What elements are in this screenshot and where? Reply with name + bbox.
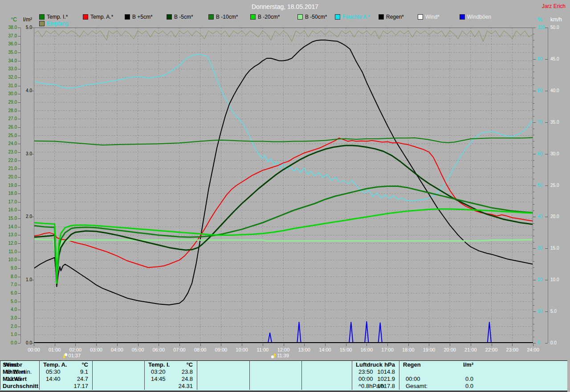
- legend-item-temp-a-[interactable]: Temp. A.*: [83, 14, 113, 20]
- yaxis-percent-tick: [533, 267, 534, 268]
- legend-item-temp-i-[interactable]: Temp. I.*: [39, 14, 68, 20]
- stats-section-unit: °C: [81, 361, 88, 368]
- legend-item-b-50cm-[interactable]: B -50cm*: [297, 14, 327, 20]
- yaxis-degc-label: 36.0: [1, 42, 17, 46]
- yaxis-degc-label: 38.0: [1, 25, 17, 30]
- stats-section-temp-i-: Temp. I.°C03:2023.814:4524.824.31: [144, 361, 197, 390]
- stats-section-empty: [92, 361, 145, 390]
- yaxis-percent-label: 50: [537, 183, 542, 188]
- yaxis-kmh-label: 50.0: [550, 25, 559, 30]
- yaxis-percent-tick: [533, 116, 534, 117]
- yaxis-percent-label: 60: [537, 152, 542, 156]
- yaxis-percent-label: 90: [537, 57, 542, 61]
- yaxis-percent-tick: [533, 255, 534, 255]
- xaxis-time-label: 04:00: [107, 347, 127, 352]
- yaxis-percent-tick: [533, 109, 534, 110]
- yaxis-percent-label: 40: [537, 214, 542, 219]
- yaxis-lm2-label: 3.0: [19, 152, 32, 156]
- kmh-axis-line: [548, 28, 548, 343]
- moonset-icon: [62, 353, 68, 359]
- xaxis-hour-tick: [346, 344, 346, 346]
- yaxis-lm2-label: 1.0: [19, 278, 32, 282]
- stats-section-unit: l/m²: [463, 361, 473, 368]
- legend-item-b-5cm-[interactable]: B -5cm*: [167, 14, 193, 20]
- stats-section-name: Regen: [403, 361, 421, 368]
- yaxis-lm2-label: 5.0: [19, 25, 32, 30]
- xaxis-hour-tick: [55, 344, 55, 346]
- xaxis-hour-tick: [471, 344, 471, 346]
- yaxis-degc-label: 6.0: [1, 291, 17, 295]
- legend-swatch-icon: [297, 14, 303, 20]
- yaxis-percent-tick: [533, 274, 534, 274]
- marker-time-label: 01:37: [69, 353, 81, 358]
- xaxis-time-label: 15:00: [336, 347, 356, 352]
- axis-title-kmh: km/h: [550, 16, 562, 23]
- yaxis-percent-label: 80: [537, 89, 542, 93]
- legend-item-wind-[interactable]: Wind*: [418, 14, 440, 20]
- yaxis-percent-tick: [533, 337, 534, 337]
- yaxis-percent-tick: [533, 223, 534, 224]
- legend-item-b-20cm-[interactable]: B -20cm*: [250, 14, 280, 20]
- legend-item-b-5cm-[interactable]: B +5cm*: [125, 14, 153, 20]
- stats-cell-value: 1017.8: [377, 383, 395, 390]
- yaxis-percent-tick: [533, 53, 534, 53]
- yaxis-percent-label: 70: [537, 120, 542, 125]
- stats-section-name: Wind: [4, 361, 18, 368]
- yaxis-degc-label: 5.0: [1, 299, 17, 304]
- xaxis-hour-tick: [34, 344, 34, 346]
- yaxis-degc-label: 19.0: [1, 183, 17, 188]
- legend-label: Wind*: [425, 14, 440, 20]
- legend-item-b-10cm-[interactable]: B -10cm*: [208, 14, 238, 20]
- yaxis-degc-label: 33.0: [1, 67, 17, 71]
- yaxis-degc-label: 2.0: [1, 324, 17, 329]
- legend-label: Regen*: [386, 14, 404, 20]
- xaxis-hour-tick: [284, 344, 284, 346]
- yaxis-kmh-label: 30.0: [550, 152, 559, 156]
- xaxis-time-label: 06:00: [149, 347, 168, 352]
- yaxis-percent-tick: [533, 160, 534, 161]
- legend-swatch-icon: [167, 14, 172, 20]
- yaxis-lm2-label: 0.0: [19, 341, 32, 345]
- yaxis-kmh-label: 5.0: [550, 309, 557, 314]
- yaxis-kmh-tick: [545, 186, 548, 186]
- yaxis-degc-label: 32.0: [1, 75, 17, 80]
- legend-item-empfang[interactable]: Empfang: [39, 20, 68, 26]
- yaxis-kmh-label: 40.0: [550, 89, 559, 93]
- yaxis-percent-tick: [533, 318, 534, 318]
- yaxis-percent-tick: [533, 230, 534, 230]
- yaxis-degc-label: 26.0: [1, 125, 17, 129]
- yaxis-percent-tick: [533, 311, 536, 312]
- degc-axis-line: [20, 28, 21, 343]
- yaxis-percent-tick: [533, 179, 534, 179]
- legend-item-feuchte-a-[interactable]: Feuchte A.*: [335, 14, 370, 20]
- page-title: Donnerstag, 18.05.2017: [0, 3, 570, 10]
- legend-item-regen-[interactable]: Regen*: [379, 14, 404, 20]
- yaxis-percent-tick: [533, 34, 534, 34]
- yaxis-degc-label: 25.0: [1, 133, 17, 138]
- stats-cell-value: 0.0: [465, 383, 473, 390]
- legend-item-windb-en[interactable]: Windböen: [460, 14, 491, 20]
- yaxis-degc-label: 14.0: [1, 225, 17, 229]
- yaxis-percent-tick: [533, 173, 534, 173]
- yaxis-degc-label: 18.0: [1, 191, 17, 196]
- legend-label: Empfang: [47, 20, 68, 27]
- legend-swatch-icon: [418, 14, 423, 20]
- series-windboeen-spike: [297, 322, 301, 343]
- series-windboeen-spike: [349, 322, 353, 343]
- stats-section-wind: Windkm/hØ 10 min.0.012:45SO 0.10.0: [0, 361, 0, 390]
- legend-label: Temp. I.*: [47, 14, 68, 20]
- yaxis-percent-tick: [533, 204, 534, 205]
- series-temp-a-: [34, 138, 533, 267]
- xaxis-hour-tick: [138, 344, 138, 346]
- stats-section-empty: [301, 361, 352, 390]
- yaxis-percent-tick: [533, 299, 534, 299]
- legend-label: Feuchte A.*: [342, 14, 370, 20]
- yaxis-degc-label: 37.0: [1, 34, 17, 38]
- xaxis-hour-tick: [75, 344, 76, 346]
- yaxis-percent-tick: [533, 293, 534, 293]
- yaxis-percent-tick: [533, 122, 536, 123]
- yaxis-degc-label: 8.0: [1, 275, 17, 279]
- stats-cell-value: 1021.9: [377, 376, 395, 383]
- yaxis-degc-label: 21.0: [1, 166, 17, 171]
- xaxis-time-label: 07:00: [170, 347, 189, 352]
